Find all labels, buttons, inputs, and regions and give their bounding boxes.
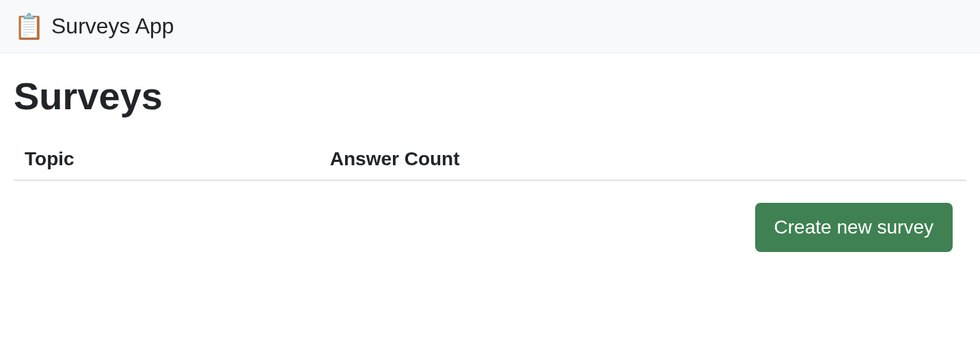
navbar-brand[interactable]: 📋 Surveys App <box>14 14 174 39</box>
table-header-row: Topic Answer Count <box>14 139 966 180</box>
brand-label: Surveys App <box>51 14 174 39</box>
clipboard-icon: 📋 <box>14 14 44 39</box>
page-title: Surveys <box>14 74 966 118</box>
main-container: Surveys Topic Answer Count Create new su… <box>0 53 980 266</box>
column-header-answer-count: Answer Count <box>319 139 966 180</box>
column-header-topic: Topic <box>14 139 319 180</box>
navbar: 📋 Surveys App <box>0 0 980 53</box>
actions-bar: Create new survey <box>14 203 966 252</box>
surveys-table: Topic Answer Count <box>14 139 966 181</box>
create-survey-button[interactable]: Create new survey <box>755 203 953 252</box>
